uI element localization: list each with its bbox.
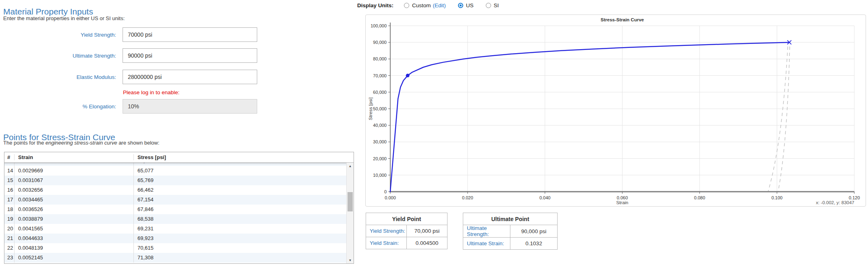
x-tick-label: 0.080 [694,195,706,200]
row-number: 16 [4,185,14,195]
yield-strength-label: Yield Strength: [0,27,116,42]
row-stress: 71,308 [133,253,354,263]
x-tick-label: 0.060 [617,195,628,200]
y-tick-label: 30,000 [373,139,387,144]
table-row: 23 0.0052145 71,308 [4,253,354,263]
row-number: 18 [4,205,14,214]
row-number: 13 [4,163,14,166]
scroll-up-arrow-icon[interactable]: ▲ [347,163,354,169]
points-table-header: # Strain Stress [psi] [4,152,354,163]
table-row: 20 0.0041565 69,231 [4,224,354,234]
row-strain: 0.0048139 [14,243,133,253]
row-strain: 0.0028438 [14,163,133,166]
table-row: 13 0.0028438 64,385 [4,163,354,166]
row-number: 15 [4,176,14,185]
yield-strength-result-value: 70,000 psi [407,225,448,237]
row-stress: 69,923 [133,234,354,243]
table-row: 18 0.0036526 67,846 [4,205,354,214]
row-strain: 0.0038879 [14,214,133,224]
yield-point-table: Yield Point Yield Strength: 70,000 psi Y… [366,213,448,249]
y-tick-label: 20,000 [373,156,387,161]
table-row: 15 0.0031067 65,769 [4,176,354,185]
row-number: 22 [4,243,14,253]
y-tick-label: 80,000 [373,56,387,61]
yield-strength-input[interactable] [123,27,257,42]
y-tick-label: 10,000 [373,173,387,178]
radio-icon-us[interactable] [458,3,463,8]
row-strain: 0.0031067 [14,176,133,185]
radio-option-us[interactable]: US [458,2,474,8]
cursor-readout: x: -0.002, y: 83047 [816,200,854,205]
ultimate-strength-input[interactable] [123,48,257,63]
row-stress: 66,462 [133,185,354,195]
row-stress: 70,615 [133,243,354,253]
row-strain: 0.0044633 [14,234,133,243]
y-tick-label: 0 [384,189,387,194]
yield-point-marker [406,74,410,77]
row-strain: 0.0034465 [14,195,133,205]
x-tick-label: 0.000 [385,195,396,200]
x-tick-label: 0.040 [539,195,551,200]
x-tick-label: 0.100 [771,195,783,200]
radio-option-si[interactable]: SI [486,2,499,8]
stress-strain-curve [390,42,789,192]
stress-strain-points-table: # Strain Stress [psi] 13 0.0028438 64,38… [4,152,354,264]
row-strain: 0.0029669 [14,166,133,176]
row-number: 17 [4,195,14,205]
row-number: 21 [4,234,14,243]
y-tick-label: 40,000 [373,123,387,128]
yield-strength-result-label: Yield Strength: [366,225,407,237]
elastic-modulus-input[interactable] [123,70,257,84]
y-tick-label: 100,000 [371,23,387,28]
x-tick-label: 0.020 [462,195,473,200]
ultimate-strength-result-label: Ultimate Strength: [463,225,510,238]
stress-strain-chart[interactable]: 010,00020,00030,00040,00050,00060,00070,… [366,15,866,206]
radio-icon-custom[interactable] [404,3,409,8]
points-rows: 13 0.0028438 64,385 14 0.0029669 65,077 … [4,163,354,263]
necking-guide-dashed-line [768,47,788,192]
row-strain: 0.0041565 [14,224,133,234]
y-axis-label: Stress [psi] [368,97,373,120]
elastic-modulus-label: Elastic Modulus: [0,70,116,84]
ultimate-strength-label: Ultimate Strength: [0,48,116,63]
row-stress: 67,846 [133,205,354,214]
radio-label-us[interactable]: US [466,2,474,8]
row-stress: 65,769 [133,176,354,185]
radio-label-custom[interactable]: Custom [412,2,431,8]
yield-strain-result-label: Yield Strain: [366,237,407,249]
elongation-input [123,99,257,114]
necking-guide-dashed-line [778,47,790,192]
y-tick-label: 90,000 [373,40,387,45]
scroll-down-arrow-icon[interactable]: ▼ [347,257,354,263]
yield-strain-result-value: 0.004500 [407,237,448,249]
header-strain: Strain [14,154,133,160]
ultimate-strain-result-label: Ultimate Strain: [463,238,510,250]
points-instructions: The points for the engineering stress-st… [3,140,159,146]
table-row: 16 0.0032656 66,462 [4,185,354,195]
row-number: 19 [4,214,14,224]
points-table-body: 13 0.0028438 64,385 14 0.0029669 65,077 … [4,163,354,263]
row-number: 20 [4,224,14,234]
y-tick-label: 50,000 [373,106,387,111]
table-scrollbar[interactable]: ▲ ▼ [346,163,354,263]
chart-title: Stress-Strain Curve [601,17,644,22]
edit-units-link[interactable]: (Edit) [433,2,446,8]
row-number: 23 [4,253,14,263]
table-row: 22 0.0048139 70,615 [4,243,354,253]
scrollbar-thumb[interactable] [348,192,353,211]
ultimate-strain-result-value: 0.1032 [510,238,558,250]
table-row: 14 0.0029669 65,077 [4,166,354,176]
header-number: # [4,154,14,160]
stress-strain-chart-panel: 010,00020,00030,00040,00050,00060,00070,… [365,14,866,207]
radio-option-custom[interactable]: Custom (Edit) [404,2,446,8]
y-tick-label: 60,000 [373,90,387,95]
row-strain: 0.0052145 [14,253,133,263]
radio-label-si[interactable]: SI [494,2,499,8]
ultimate-table-title: Ultimate Point [463,213,558,225]
radio-icon-si[interactable] [486,3,491,8]
ultimate-point-table: Ultimate Point Ultimate Strength: 90,000… [463,213,558,250]
ultimate-strength-result-value: 90,000 psi [510,225,558,238]
row-stress: 64,385 [133,163,354,166]
table-row: 19 0.0038879 68,538 [4,214,354,224]
display-units-row: Display Units: Custom (Edit) US SI [357,2,511,9]
